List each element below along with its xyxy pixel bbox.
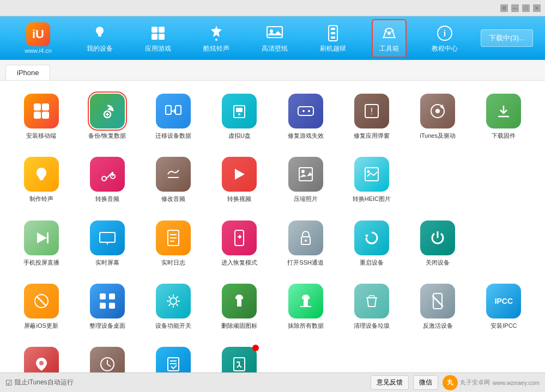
backup-restore-icon	[90, 94, 125, 128]
convert-video-icon	[222, 157, 257, 192]
enter-recovery[interactable]: 进入恢复模式	[209, 218, 270, 268]
svg-rect-19	[42, 112, 49, 119]
migrate-data-label: 迁移设备数据	[155, 132, 191, 139]
nav-item-app-games[interactable]: 应用游戏	[138, 20, 178, 57]
ringtone-icon	[207, 23, 226, 43]
svg-rect-0	[98, 35, 101, 36]
status-left: ☑ 阻止iTunes自动运行	[5, 378, 74, 387]
install-mobile-label: 安装移动端	[26, 132, 56, 139]
nav-item-wallpaper[interactable]: 高清壁纸	[255, 20, 294, 57]
phone-screen-live-label: 手机投屏直播	[23, 259, 59, 266]
install-ipcc[interactable]: IPCC安装IPCC	[474, 281, 534, 332]
shutdown-device-label: 关闭设备	[426, 259, 450, 266]
svg-rect-16	[34, 103, 41, 111]
wipe-all[interactable]: 抹除所有数据	[275, 281, 336, 332]
delete-stubborn[interactable]: 删除顽固图标	[209, 281, 270, 332]
shutdown-device[interactable]: 关闭设备	[408, 218, 468, 268]
nav-item-ringtone[interactable]: 酷炫铃声	[197, 20, 236, 57]
svg-point-59	[305, 240, 307, 242]
maximize-icon[interactable]: □	[522, 4, 530, 12]
block-ios-update-label: 屏蔽iOS更新	[24, 322, 58, 329]
virtual-udisk-label: 虚拟U盘	[228, 132, 251, 139]
svg-rect-11	[331, 36, 335, 39]
backup-guide[interactable]: 备份引导区数据	[209, 345, 270, 372]
app-games-icon	[148, 23, 168, 43]
compress-photo[interactable]: 压缩照片	[275, 155, 336, 205]
svg-point-45	[301, 170, 305, 173]
fix-game-icon	[288, 94, 323, 128]
convert-video[interactable]: 转换视频	[209, 155, 270, 205]
organize-desktop-icon	[90, 284, 125, 318]
feedback-button[interactable]: 意见反馈	[371, 375, 409, 390]
fake-location[interactable]: 虚拟定位	[11, 345, 71, 372]
tabbar: iPhone	[0, 60, 545, 81]
open-ssh[interactable]: 打开SSH通道	[275, 218, 336, 268]
restart-device[interactable]: 重启设备	[341, 218, 402, 268]
svg-rect-10	[331, 32, 335, 34]
deactivate[interactable]: 反激活设备	[408, 281, 468, 332]
settings-icon[interactable]: ⚙	[500, 4, 508, 12]
realtime-log-icon	[156, 220, 191, 255]
realtime-screen[interactable]: 实时屏幕	[77, 218, 137, 268]
svg-point-13	[387, 32, 391, 35]
fix-game[interactable]: 修复游戏失效	[275, 91, 336, 142]
device-function-icon	[156, 284, 191, 318]
virtual-udisk[interactable]: 虚拟U盘	[209, 91, 270, 142]
organize-desktop-label: 整理设备桌面	[89, 322, 125, 329]
skip-setup[interactable]: 跳过设置向导	[143, 345, 204, 372]
itunes-driver[interactable]: iTunes及驱动	[408, 91, 468, 142]
nav-item-my-device[interactable]: 我的设备	[80, 20, 119, 57]
phone-screen-live[interactable]: 手机投屏直播	[11, 218, 71, 268]
migrate-data[interactable]: 迁移设备数据	[143, 91, 204, 142]
phone-screen-live-icon	[24, 220, 59, 255]
organize-desktop[interactable]: 整理设备桌面	[77, 281, 137, 332]
tool-grid: 安装移动端备份/恢复数据迁移设备数据虚拟U盘修复游戏失效!修复应用弹窗iTune…	[11, 91, 534, 372]
status-right: 意见反馈 微信 丸 丸子安卓网 www.wzeaey.com	[371, 375, 540, 390]
titlebar: ⚙ — □ ✕	[0, 0, 545, 16]
fix-app-label: 修复应用弹窗	[354, 132, 390, 139]
svg-rect-3	[152, 34, 158, 40]
toolbox-icon	[379, 23, 399, 43]
block-ios-update[interactable]: 屏蔽iOS更新	[11, 281, 71, 332]
svg-rect-9	[331, 28, 335, 30]
nav-items: 我的设备 应用游戏 酷炫铃声	[71, 19, 474, 58]
nav-item-jailbreak[interactable]: 刷机越狱	[313, 20, 353, 57]
nav-item-toolbox[interactable]: 工具箱	[372, 19, 407, 58]
svg-rect-17	[42, 103, 49, 111]
my-device-icon	[90, 23, 110, 43]
svg-rect-18	[34, 112, 41, 119]
download-firmware[interactable]: 下载固件	[474, 91, 534, 142]
clean-junk[interactable]: 清理设备垃圾	[341, 281, 402, 332]
fix-app[interactable]: !修复应用弹窗	[341, 91, 402, 142]
wechat-button[interactable]: 微信	[413, 375, 438, 390]
svg-rect-67	[109, 303, 115, 309]
svg-point-31	[308, 110, 310, 112]
break-time-limit[interactable]: 破解时间限额	[77, 345, 137, 372]
open-ssh-icon	[288, 220, 323, 255]
install-mobile[interactable]: 安装移动端	[11, 91, 71, 142]
download-button[interactable]: 下载中(3)...	[481, 29, 533, 47]
wallpaper-icon	[265, 23, 284, 43]
realtime-log-label: 实时日志	[161, 259, 185, 266]
close-icon[interactable]: ✕	[533, 4, 541, 12]
modify-audio[interactable]: 修改音频	[143, 155, 204, 205]
svg-point-73	[39, 361, 44, 365]
svg-rect-26	[236, 108, 243, 112]
jailbreak-label: 刷机越狱	[320, 44, 346, 53]
nav-item-tutorial[interactable]: i 教程中心	[425, 20, 464, 57]
navbar: iU www.i4.cn 我的设备 应用游	[0, 16, 545, 60]
iphone-tab[interactable]: iPhone	[5, 65, 50, 80]
download-firmware-icon	[486, 94, 521, 128]
realtime-log[interactable]: 实时日志	[143, 218, 204, 268]
minimize-icon[interactable]: —	[511, 4, 519, 12]
fix-app-icon: !	[354, 94, 389, 128]
device-function[interactable]: 设备功能开关	[143, 281, 204, 332]
svg-rect-1	[152, 27, 158, 33]
convert-heic[interactable]: 转换HEIC图片	[341, 155, 402, 205]
itunes-label: 阻止iTunes自动运行	[15, 378, 74, 387]
itunes-driver-label: iTunes及驱动	[420, 132, 456, 139]
toolbox-label: 工具箱	[379, 44, 399, 53]
backup-restore[interactable]: 备份/恢复数据	[77, 91, 137, 142]
make-ringtone[interactable]: 制作铃声	[11, 155, 71, 205]
convert-audio[interactable]: 转换音频	[77, 155, 137, 205]
